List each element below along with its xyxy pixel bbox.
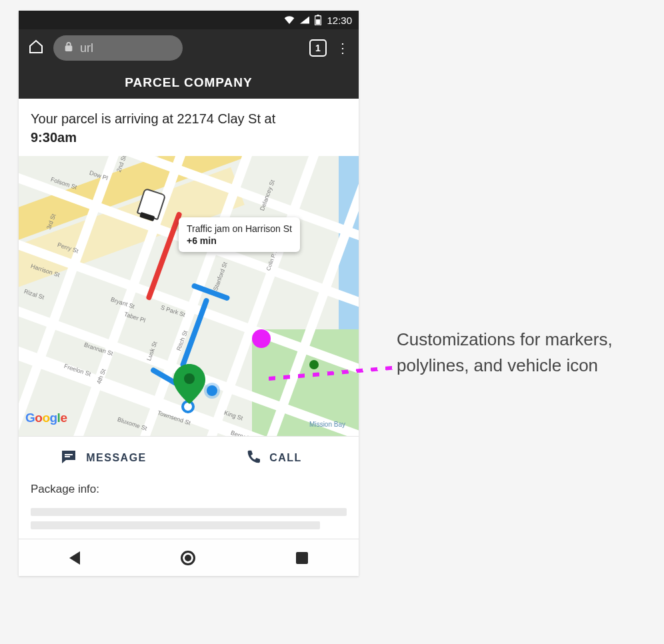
svg-point-4 <box>184 373 195 384</box>
url-bar[interactable]: url <box>53 35 183 61</box>
map-area-label: Mission Bay <box>309 421 345 428</box>
svg-rect-5 <box>65 454 73 455</box>
tab-count-value: 1 <box>315 43 321 53</box>
current-location-dot-icon <box>207 385 217 396</box>
status-time: 12:30 <box>327 15 352 26</box>
annotation-callout: Customizations for markers, polylines, a… <box>397 327 617 379</box>
street-label: Stanford St <box>212 261 229 292</box>
package-info-label: Package info: <box>19 479 359 503</box>
street-label: Taber Pl <box>123 311 147 324</box>
action-bar: MESSAGE CALL <box>19 436 359 479</box>
street-label: King St <box>223 409 244 421</box>
svg-rect-1 <box>317 15 320 16</box>
call-button[interactable]: CALL <box>189 437 359 479</box>
android-status-bar: 12:30 <box>19 11 359 29</box>
message-label: MESSAGE <box>86 452 147 464</box>
overflow-menu-icon[interactable]: ⋮ <box>336 41 349 55</box>
svg-rect-6 <box>65 456 70 457</box>
message-icon <box>61 449 77 467</box>
traffic-tooltip: Traffic jam on Harrison St +6 min <box>179 217 300 252</box>
tooltip-text: Traffic jam on Harrison St <box>187 223 292 235</box>
browser-toolbar: url 1 ⋮ <box>19 29 359 67</box>
battery-icon <box>315 15 321 25</box>
message-button[interactable]: MESSAGE <box>19 437 189 479</box>
annotation-highlight-dot <box>252 329 271 348</box>
home-icon[interactable] <box>28 39 44 57</box>
call-label: CALL <box>269 452 302 464</box>
wifi-icon <box>284 16 295 24</box>
destination-marker-icon <box>173 364 205 404</box>
tracking-map[interactable]: Folsom St 2nd St 3rd St Harrison St Brya… <box>19 156 359 436</box>
street-label: Rizal St <box>23 288 45 301</box>
eta-message: Your parcel is arriving at 22174 Clay St… <box>19 99 359 156</box>
nav-home-icon[interactable] <box>181 551 195 565</box>
nav-back-icon[interactable] <box>69 551 80 565</box>
nav-recents-icon[interactable] <box>296 552 308 564</box>
eta-time: 9:30am <box>31 130 77 145</box>
url-text: url <box>80 41 93 55</box>
phone-frame: 12:30 url 1 ⋮ PARCEL COMPANY Your parcel… <box>19 11 359 576</box>
tab-count-button[interactable]: 1 <box>309 39 327 57</box>
svg-rect-3 <box>65 45 73 51</box>
android-nav-bar <box>19 539 359 576</box>
street-label: Bluxome St <box>117 416 148 432</box>
app-title: PARCEL COMPANY <box>19 67 359 99</box>
signal-icon <box>300 16 309 24</box>
skeleton-line <box>31 521 320 529</box>
skeleton-line <box>31 508 347 516</box>
park-tree-icon <box>309 360 319 369</box>
phone-icon <box>245 449 260 467</box>
svg-rect-2 <box>316 19 320 25</box>
tooltip-delay: +6 min <box>187 235 292 247</box>
lock-icon <box>64 41 73 55</box>
google-logo: Google <box>25 411 67 425</box>
